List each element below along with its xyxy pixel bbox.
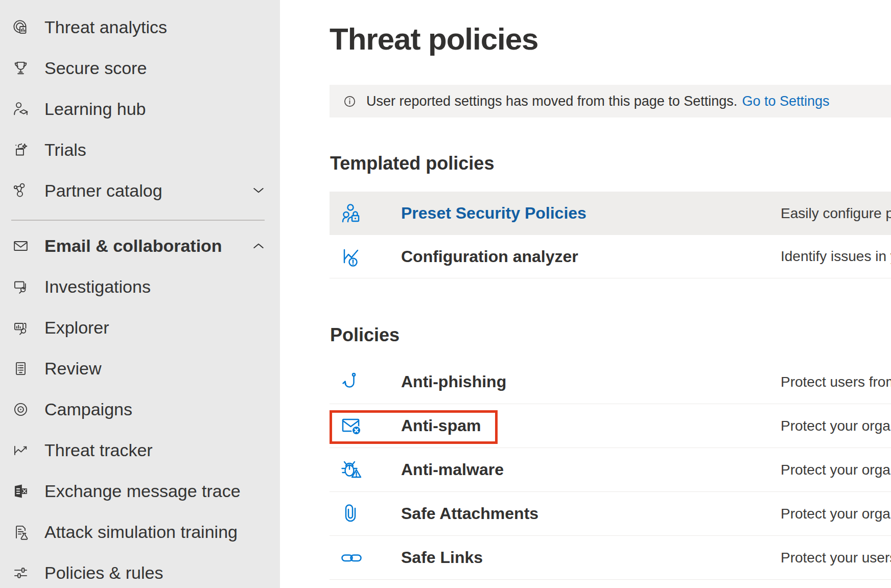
info-icon — [342, 93, 358, 109]
row-configuration-analyzer[interactable]: Configuration analyzer Identify issues i… — [330, 235, 891, 278]
row-description: Protect your organiz — [781, 418, 891, 434]
row-label: Safe Attachments — [401, 504, 538, 523]
sidebar-item-label: Policies & rules — [44, 563, 163, 583]
sidebar-item-label: Learning hub — [44, 99, 146, 119]
row-description: Protect your organiz — [781, 506, 891, 522]
row-label: Safe Links — [401, 548, 483, 567]
row-preset-security-policies[interactable]: Preset Security Policies Easily configur… — [330, 192, 891, 235]
mail-icon — [11, 237, 30, 255]
row-description: Easily configure prot — [781, 205, 891, 222]
sidebar-item-label: Threat tracker — [44, 440, 153, 460]
info-banner: User reported settings has moved from th… — [330, 85, 891, 117]
row-anti-malware[interactable]: Anti-malware Protect your organiz — [330, 448, 891, 492]
policies-heading: Policies — [330, 324, 400, 346]
row-anti-phishing[interactable]: Anti-phishing Protect users from p — [330, 360, 891, 404]
safe-links-icon — [339, 546, 364, 570]
sidebar-item-label: Exchange message trace — [44, 481, 241, 501]
sidebar-item-label: Explorer — [44, 318, 109, 338]
sidebar-item-partner-catalog[interactable]: Partner catalog — [0, 170, 280, 211]
sidebar-item-label: Attack simulation training — [44, 522, 238, 542]
templated-policies-heading: Templated policies — [330, 153, 494, 174]
sidebar-item-email-collaboration[interactable]: Email & collaboration — [0, 225, 280, 266]
attack-simulation-icon — [11, 523, 30, 542]
sidebar-item-policies-rules[interactable]: Policies & rules — [0, 552, 280, 588]
investigations-icon — [11, 277, 30, 296]
trophy-icon — [11, 59, 30, 78]
preset-security-policies-icon — [339, 201, 364, 226]
sidebar-item-label: Campaigns — [44, 399, 132, 419]
banner-message: User reported settings has moved from th… — [366, 93, 737, 109]
row-label: Preset Security Policies — [401, 204, 587, 223]
row-label: Anti-spam — [401, 416, 481, 435]
chevron-down-icon[interactable] — [250, 182, 267, 199]
sidebar-item-label: Partner catalog — [44, 181, 162, 201]
exchange-icon — [11, 482, 30, 501]
sidebar-item-learning-hub[interactable]: Learning hub — [0, 88, 280, 129]
learning-hub-icon — [11, 100, 30, 119]
configuration-analyzer-icon — [339, 244, 364, 269]
policies-list: Anti-phishing Protect users from p Anti-… — [330, 360, 891, 580]
sidebar-item-threat-tracker[interactable]: Threat tracker — [0, 430, 280, 471]
sidebar-item-campaigns[interactable]: Campaigns — [0, 389, 280, 430]
threat-tracker-icon — [11, 441, 30, 460]
sidebar-item-exchange-message-trace[interactable]: Exchange message trace — [0, 471, 280, 511]
sidebar-item-explorer[interactable]: Explorer — [0, 307, 280, 348]
partner-catalog-icon — [11, 181, 30, 200]
row-description: Protect users from p — [781, 374, 891, 390]
sidebar-item-label: Investigations — [44, 277, 151, 297]
policies-rules-icon — [11, 563, 30, 582]
row-label: Anti-malware — [401, 460, 504, 479]
row-label: Anti-phishing — [401, 372, 506, 391]
sidebar-item-attack-simulation-training[interactable]: Attack simulation training — [0, 511, 280, 552]
sidebar-item-trials[interactable]: Trials — [0, 129, 280, 170]
chevron-up-icon[interactable] — [250, 238, 267, 254]
sidebar-item-review[interactable]: Review — [0, 348, 280, 389]
sidebar-item-label: Review — [44, 359, 101, 379]
sidebar-item-secure-score[interactable]: Secure score — [0, 48, 280, 88]
row-description: Identify issues in you — [781, 248, 891, 265]
row-description: Protect your users fr — [781, 550, 891, 566]
row-safe-attachments[interactable]: Safe Attachments Protect your organiz — [330, 492, 891, 536]
row-anti-spam[interactable]: Anti-spam Protect your organiz — [330, 404, 891, 448]
sidebar-item-label: Secure score — [44, 58, 147, 78]
explorer-icon — [11, 318, 30, 337]
row-description: Protect your organiz — [781, 462, 891, 478]
threat-analytics-icon — [11, 18, 30, 37]
go-to-settings-link[interactable]: Go to Settings — [742, 93, 829, 109]
page-title: Threat policies — [330, 21, 538, 57]
trials-icon — [11, 140, 30, 159]
anti-malware-icon — [339, 458, 364, 482]
sidebar-nav: Threat analytics Secure score Learning h… — [0, 0, 280, 588]
anti-spam-icon — [339, 414, 364, 438]
sidebar-item-investigations[interactable]: Investigations — [0, 266, 280, 307]
row-safe-links[interactable]: Safe Links Protect your users fr — [330, 536, 891, 580]
templated-policies-list: Preset Security Policies Easily configur… — [330, 192, 891, 278]
anti-phishing-icon — [339, 370, 364, 394]
row-label: Configuration analyzer — [401, 247, 578, 266]
sidebar-item-label: Trials — [44, 140, 86, 160]
sidebar-item-label: Email & collaboration — [44, 236, 222, 256]
review-icon — [11, 359, 30, 378]
sidebar-item-label: Threat analytics — [44, 17, 167, 37]
sidebar-item-threat-analytics[interactable]: Threat analytics — [0, 7, 280, 48]
campaigns-icon — [11, 400, 30, 419]
sidebar-divider — [11, 220, 265, 221]
paperclip-icon — [339, 502, 364, 526]
